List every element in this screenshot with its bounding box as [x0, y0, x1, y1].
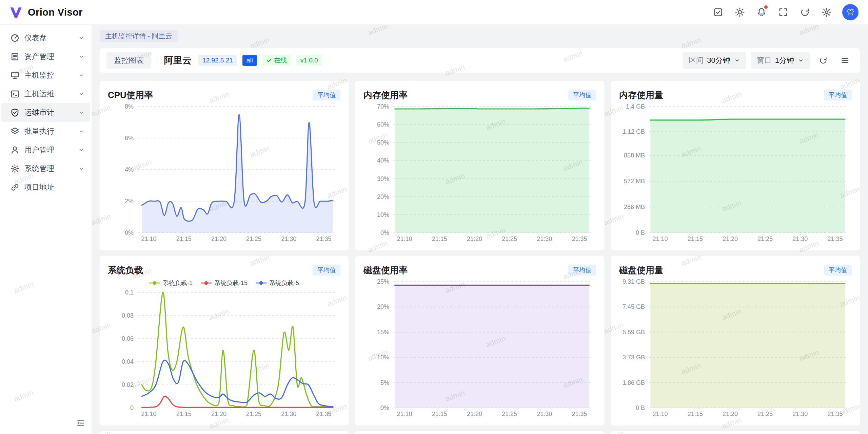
svg-text:21:30: 21:30 — [792, 235, 808, 242]
chart-card-cpu-usage: CPU使用率平均值0%2%4%6%8%21:1021:1521:2021:252… — [100, 81, 349, 250]
average-badge: 平均值 — [568, 90, 596, 100]
svg-text:21:10: 21:10 — [652, 235, 668, 242]
svg-text:21:15: 21:15 — [176, 411, 192, 417]
svg-text:25%: 25% — [377, 278, 389, 285]
sidebar-item-label: 仪表盘 — [24, 33, 73, 43]
gear-icon — [10, 164, 20, 173]
reload-button[interactable] — [796, 3, 814, 21]
window-select-value: 1分钟 — [775, 55, 794, 65]
breadcrumb[interactable]: 主机监控详情 - 阿里云 — [100, 30, 178, 42]
sidebar-item-project-url[interactable]: 项目地址 — [1, 178, 90, 196]
chart-title: 系统负载 — [108, 264, 143, 276]
svg-text:572 MB: 572 MB — [624, 178, 645, 185]
app-title: Orion Visor — [28, 7, 83, 18]
svg-text:21:20: 21:20 — [211, 235, 226, 242]
chevron-down-icon — [78, 128, 85, 135]
monitor-chart-button[interactable]: 监控图表 — [106, 52, 151, 69]
sidebar-item-label: 主机运维 — [24, 89, 73, 99]
chart-title: 磁盘使用率 — [363, 264, 408, 276]
layers-icon — [10, 127, 20, 136]
agent-version-tag: v1.0.0 — [296, 55, 322, 66]
chart-card-disk-usage-percent: 磁盘使用率平均值0%5%10%15%20%25%21:1021:1521:202… — [355, 256, 604, 426]
chart-title: 磁盘使用量 — [619, 264, 663, 276]
chevron-down-icon — [78, 147, 85, 153]
fullscreen-button[interactable] — [774, 3, 792, 21]
legend-item[interactable]: 系统负载-5 — [256, 279, 299, 287]
chart-card-system-load: 系统负载平均值系统负载-1系统负载-15系统负载-500.020.040.060… — [100, 256, 349, 426]
chart-card-disk-usage-amount: 磁盘使用量平均值0 B1.86 GB3.73 GB5.59 GB7.45 GB9… — [611, 256, 860, 426]
sidebar-item-user-mgmt[interactable]: 用户管理 — [1, 140, 90, 159]
todo-button[interactable] — [709, 3, 727, 21]
chart-layout-menu-button[interactable] — [837, 52, 853, 69]
chart-svg: 0%10%20%30%40%50%60%70%21:1021:1521:2021… — [363, 102, 596, 244]
svg-text:5%: 5% — [380, 379, 389, 386]
notifications-button[interactable] — [753, 3, 770, 21]
chevron-down-icon — [734, 57, 741, 64]
chart-plot-memory-usage-percent: 0%10%20%30%40%50%60%70%21:1021:1521:2021… — [363, 102, 596, 244]
sidebar-item-label: 运维审计 — [24, 108, 73, 118]
range-select[interactable]: 区间 30分钟 — [683, 52, 746, 69]
average-badge: 平均值 — [824, 90, 852, 100]
svg-text:0.04: 0.04 — [122, 358, 134, 365]
svg-text:21:15: 21:15 — [688, 411, 703, 417]
host-status-tag: 在线 — [262, 55, 291, 66]
svg-text:7.45 GB: 7.45 GB — [623, 303, 645, 310]
legend-item[interactable]: 系统负载-15 — [201, 279, 248, 287]
sidebar-collapse-button[interactable] — [75, 417, 87, 429]
sidebar-item-host-ops[interactable]: 主机运维 — [1, 84, 90, 103]
svg-text:5.59 GB: 5.59 GB — [623, 329, 645, 336]
average-badge: 平均值 — [313, 90, 340, 100]
settings-button[interactable] — [818, 3, 835, 21]
svg-text:2%: 2% — [125, 198, 134, 205]
svg-text:70%: 70% — [377, 103, 389, 110]
sidebar-item-host-monitor[interactable]: 主机监控 — [1, 66, 90, 84]
assets-icon — [10, 52, 20, 61]
svg-text:858 MB: 858 MB — [624, 152, 645, 159]
sidebar-item-ops-audit[interactable]: 运维审计 — [1, 103, 90, 122]
chart-card-partial — [611, 431, 860, 434]
window-select[interactable]: 窗口 1分钟 — [751, 52, 810, 69]
svg-text:60%: 60% — [377, 121, 389, 128]
svg-text:21:10: 21:10 — [141, 411, 156, 417]
svg-text:0%: 0% — [380, 229, 389, 236]
sidebar-item-label: 项目地址 — [24, 182, 85, 192]
chevron-down-icon — [78, 53, 85, 60]
host-toolbar: 监控图表 阿里云 12.92.5.21 ali 在线 v1.0.0 区间 30分… — [100, 48, 860, 73]
svg-text:0%: 0% — [125, 229, 134, 236]
svg-text:0.1: 0.1 — [125, 289, 134, 296]
host-status-text: 在线 — [274, 57, 287, 64]
svg-text:21:25: 21:25 — [246, 411, 261, 417]
chart-card-memory-usage-amount: 内存使用量平均值0 B286 MB572 MB858 MB1.12 GB1.4 … — [611, 81, 860, 250]
sidebar-item-system-mgmt[interactable]: 系统管理 — [1, 159, 90, 178]
svg-text:21:10: 21:10 — [397, 411, 412, 417]
svg-text:286 MB: 286 MB — [624, 204, 645, 210]
notification-dot — [764, 5, 768, 9]
app-logo-icon — [9, 5, 23, 19]
theme-toggle-button[interactable] — [731, 3, 749, 21]
main-content: 主机监控详情 - 阿里云 监控图表 阿里云 12.92.5.21 ali 在线 … — [92, 25, 868, 434]
sidebar-item-batch-exec[interactable]: 批量执行 — [1, 122, 90, 140]
sidebar-item-label: 系统管理 — [24, 164, 73, 174]
brand: Orion Visor — [9, 5, 83, 19]
chart-plot-disk-usage-percent: 0%5%10%15%20%25%21:1021:1521:2021:2521:3… — [363, 278, 596, 419]
svg-text:21:20: 21:20 — [211, 411, 226, 417]
svg-text:21:30: 21:30 — [281, 411, 296, 417]
sidebar-item-label: 主机监控 — [24, 70, 73, 80]
refresh-charts-button[interactable] — [815, 52, 831, 69]
sidebar-item-dashboard[interactable]: 仪表盘 — [1, 29, 90, 47]
svg-text:21:35: 21:35 — [827, 411, 843, 417]
avatar[interactable]: 管 — [842, 4, 859, 20]
svg-text:8%: 8% — [125, 103, 134, 110]
gauge-icon — [10, 33, 20, 43]
svg-text:10%: 10% — [377, 211, 389, 218]
legend-label: 系统负载-5 — [269, 279, 299, 287]
legend-label: 系统负载-1 — [163, 279, 193, 287]
svg-text:21:30: 21:30 — [281, 235, 296, 242]
sun-icon — [735, 7, 745, 17]
svg-text:50%: 50% — [377, 139, 389, 146]
svg-text:3.73 GB: 3.73 GB — [623, 354, 645, 361]
svg-text:1.86 GB: 1.86 GB — [623, 379, 645, 386]
legend-item[interactable]: 系统负载-1 — [149, 279, 193, 287]
sidebar-item-assets[interactable]: 资产管理 — [1, 47, 90, 66]
svg-text:21:15: 21:15 — [176, 235, 192, 242]
